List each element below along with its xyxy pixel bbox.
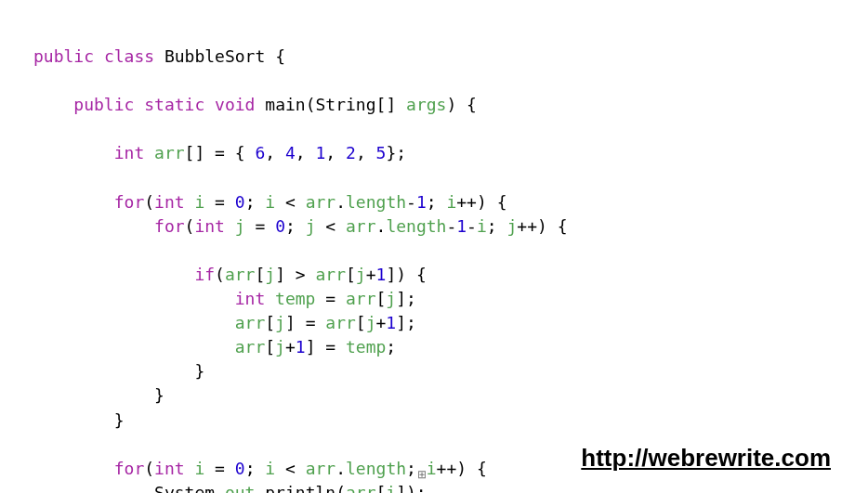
line-10: }: [33, 361, 204, 381]
line-12: }: [33, 410, 125, 430]
line-14: System.out.println(arr[i]);: [33, 483, 427, 493]
line-3: int arr[] = { 6, 4, 1, 2, 5};: [33, 143, 406, 162]
code-block: public class BubbleSort { public static …: [0, 0, 868, 493]
attribution-link[interactable]: http://webrewrite.com: [581, 441, 831, 476]
line-11: }: [33, 385, 164, 405]
line-6: if(arr[j] > arr[j+1]) {: [33, 265, 427, 284]
line-7: int temp = arr[j];: [33, 289, 416, 308]
resize-handle-icon: ⊞: [417, 467, 427, 476]
line-5: for(int j = 0; j < arr.length-1-i; j++) …: [33, 216, 568, 236]
line-9: arr[j+1] = temp;: [33, 337, 396, 357]
line-8: arr[j] = arr[j+1];: [33, 313, 416, 332]
line-4: for(int i = 0; i < arr.length-1; i++) {: [33, 192, 506, 212]
line-2: public static void main(String[] args) {: [33, 95, 477, 114]
line-1: public class BubbleSort {: [33, 46, 285, 66]
